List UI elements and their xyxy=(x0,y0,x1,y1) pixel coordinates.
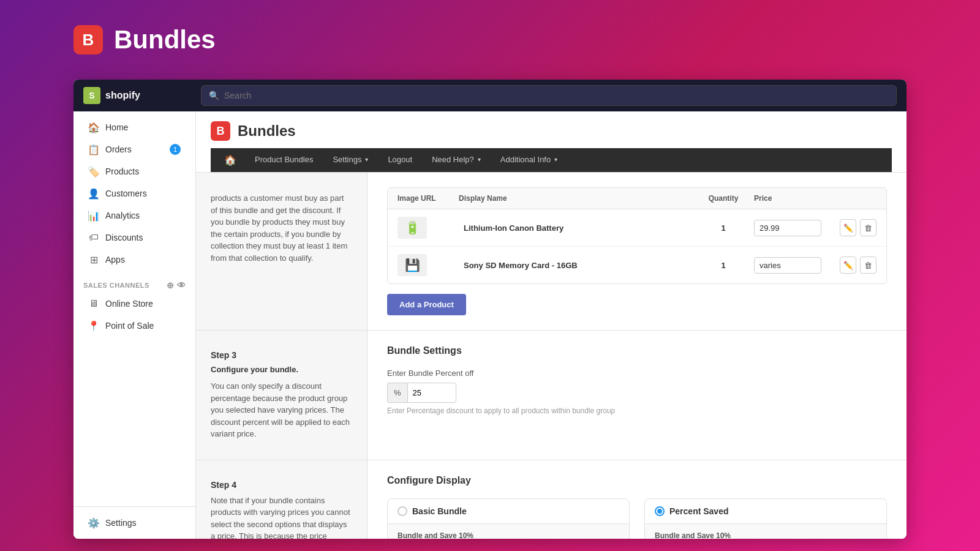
step3-title: Step 3 xyxy=(211,350,352,360)
products-table: Image URL Display Name Quantity Price 🔋 xyxy=(387,187,887,284)
orders-badge: 1 xyxy=(170,144,181,155)
add-product-button[interactable]: Add a Product xyxy=(387,294,466,315)
products-section: products a customer must buy as part of … xyxy=(196,173,907,331)
nav-tab-settings[interactable]: Settings ▾ xyxy=(323,149,378,171)
sidebar-item-home[interactable]: 🏠 Home xyxy=(78,117,190,138)
basic-bundle-preview: Bundle and Save 10% 👕 + + 🧥 xyxy=(388,524,629,539)
step4-title: Step 4 xyxy=(211,480,352,490)
step3-subtitle: Configure your bundle. xyxy=(211,365,352,374)
sidebar-label-point-of-sale: Point of Sale xyxy=(105,321,154,331)
col-header-image: Image URL xyxy=(398,194,459,203)
shopify-logo-area: S shopify xyxy=(83,87,194,104)
shopify-topbar: S shopify 🔍 xyxy=(74,80,907,111)
product-qty-2: 1 xyxy=(693,261,754,270)
search-bar[interactable]: 🔍 xyxy=(201,85,897,106)
col-header-actions xyxy=(840,194,876,203)
products-section-right: Image URL Display Name Quantity Price 🔋 xyxy=(368,173,907,330)
apps-icon: ⊞ xyxy=(88,254,99,265)
percent-input[interactable] xyxy=(407,383,456,403)
sidebar-label-orders: Orders xyxy=(105,144,132,154)
sidebar-item-orders[interactable]: 📋 Orders 1 xyxy=(78,139,190,160)
price-input-1[interactable] xyxy=(754,220,821,236)
col-header-name: Display Name xyxy=(459,194,693,203)
percent-saved-header: Percent Saved xyxy=(645,499,886,524)
sidebar-item-apps[interactable]: ⊞ Apps xyxy=(78,249,190,270)
sidebar-label-online-store: Online Store xyxy=(105,299,153,309)
customers-icon: 👤 xyxy=(88,188,99,199)
table-row: 🔋 Lithium-Ion Canon Battery 1 ✏️ 🗑 xyxy=(388,209,886,247)
configure-display-title: Configure Display xyxy=(387,475,887,486)
display-option-basic: Basic Bundle Bundle and Save 10% 👕 + xyxy=(387,498,630,539)
sales-channels-header: SALES CHANNELS ⊕ 👁 xyxy=(74,271,195,293)
step4-section-right: Configure Display Basic Bundle Bundle an… xyxy=(368,460,907,539)
edit-product-1-btn[interactable]: ✏️ xyxy=(840,219,856,236)
sidebar-label-apps: Apps xyxy=(105,255,125,264)
step4-desc: Note that if your bundle contains produc… xyxy=(211,495,352,539)
shopify-logo-icon: S xyxy=(83,87,100,104)
sidebar-item-customers[interactable]: 👤 Customers xyxy=(78,183,190,204)
delete-product-2-btn[interactable]: 🗑 xyxy=(860,257,876,274)
settings-icon: ⚙️ xyxy=(88,517,99,528)
bundles-logo-small: B xyxy=(211,121,230,141)
percent-hint: Enter Percentage discount to apply to al… xyxy=(387,407,887,415)
product-actions-1: ✏️ 🗑 xyxy=(840,219,876,236)
product-image-1: 🔋 xyxy=(398,217,459,239)
search-input[interactable] xyxy=(224,91,889,100)
price-input-2[interactable] xyxy=(754,257,821,274)
nav-tab-logout[interactable]: Logout xyxy=(378,149,422,171)
home-icon: 🏠 xyxy=(88,122,99,133)
products-icon: 🏷️ xyxy=(88,166,99,177)
sidebar-label-customers: Customers xyxy=(105,189,147,198)
sidebar-item-online-store[interactable]: 🖥 Online Store xyxy=(78,293,190,314)
sidebar-item-point-of-sale[interactable]: 📍 Point of Sale xyxy=(78,315,190,336)
scroll-content[interactable]: products a customer must buy as part of … xyxy=(196,173,907,539)
sidebar-item-discounts[interactable]: 🏷 Discounts xyxy=(78,227,190,248)
percent-saved-preview: Bundle and Save 10% 👕 + + 🧥 xyxy=(645,524,886,539)
product-price-1 xyxy=(754,220,840,236)
orders-icon: 📋 xyxy=(88,144,99,155)
table-header: Image URL Display Name Quantity Price xyxy=(388,188,886,209)
step3-desc: You can only specify a discount percenta… xyxy=(211,380,352,440)
basic-preview-label: Bundle and Save 10% xyxy=(398,531,619,539)
sidebar-label-products: Products xyxy=(105,167,139,176)
display-options: Basic Bundle Bundle and Save 10% 👕 + xyxy=(387,498,887,539)
percent-saved-label: Percent Saved xyxy=(669,506,729,516)
step4-section-left: Step 4 Note that if your bundle contains… xyxy=(196,460,368,539)
step4-section: Step 4 Note that if your bundle contains… xyxy=(196,460,907,539)
percent-saved-radio[interactable] xyxy=(655,506,665,516)
edit-product-2-btn[interactable]: ✏️ xyxy=(840,257,856,274)
percent-input-row: % xyxy=(387,383,887,403)
bundles-header: B Bundles 🏠 Product Bundles Settings ▾ xyxy=(196,111,907,173)
sidebar-bottom: ⚙️ Settings xyxy=(74,506,195,539)
col-header-price: Price xyxy=(754,194,840,203)
sidebar-item-products[interactable]: 🏷️ Products xyxy=(78,161,190,182)
nav-home-btn[interactable]: 🏠 xyxy=(216,148,245,172)
bundles-app-title: Bundles xyxy=(238,122,296,140)
sidebar-label-settings: Settings xyxy=(105,518,137,528)
basic-bundle-radio[interactable] xyxy=(398,506,407,516)
sidebar-item-analytics[interactable]: 📊 Analytics xyxy=(78,205,190,226)
step3-section: Step 3 Configure your bundle. You can on… xyxy=(196,331,907,460)
nav-tab-need-help[interactable]: Need Help? ▾ xyxy=(422,149,491,171)
product-name-2: Sony SD Memory Card - 16GB xyxy=(459,261,693,270)
display-option-percent: Percent Saved Bundle and Save 10% 👕 + xyxy=(644,498,887,539)
product-image-2: 💾 xyxy=(398,254,459,276)
products-section-desc: products a customer must buy as part of … xyxy=(211,192,352,264)
sidebar-item-settings[interactable]: ⚙️ Settings xyxy=(78,512,190,533)
additional-info-chevron-icon: ▾ xyxy=(554,156,557,163)
sidebar-label-home: Home xyxy=(105,122,128,132)
percent-symbol: % xyxy=(387,383,407,403)
bundle-settings-title: Bundle Settings xyxy=(387,345,887,356)
online-store-icon: 🖥 xyxy=(88,298,99,309)
sidebar: 🏠 Home 📋 Orders 1 🏷️ Products 👤 Customer… xyxy=(74,111,196,539)
eye-icon: 👁 xyxy=(177,280,186,290)
nav-tab-additional-info[interactable]: Additional Info ▾ xyxy=(491,149,567,171)
point-of-sale-icon: 📍 xyxy=(88,320,99,331)
nav-tab-product-bundles[interactable]: Product Bundles xyxy=(245,149,323,171)
main-content: 🏠 Home 📋 Orders 1 🏷️ Products 👤 Customer… xyxy=(74,111,907,539)
product-img-1: 🔋 xyxy=(398,217,427,239)
delete-product-1-btn[interactable]: 🗑 xyxy=(860,219,876,236)
nav-tabs: 🏠 Product Bundles Settings ▾ Logout Need… xyxy=(211,148,892,172)
product-actions-2: ✏️ 🗑 xyxy=(840,257,876,274)
bundles-title-row: B Bundles xyxy=(211,121,892,148)
